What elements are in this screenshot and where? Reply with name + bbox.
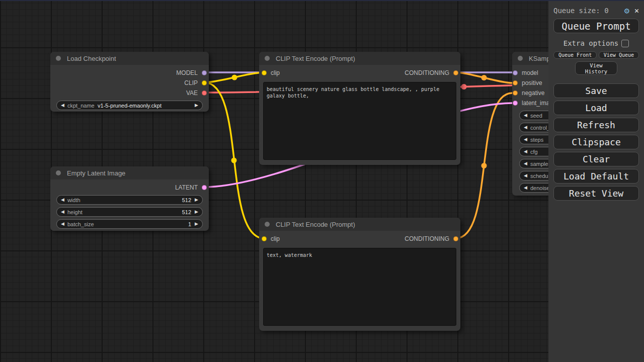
node-title: Load Checkpoint (67, 55, 116, 62)
stepper-left-icon[interactable]: ◀ (61, 222, 64, 226)
node-title-bar[interactable]: Load Checkpoint (50, 52, 209, 65)
slot-label: clip (271, 69, 280, 76)
stepper-left-icon[interactable]: ◀ (61, 198, 64, 202)
view-history-line1: View (590, 62, 602, 68)
port-clip-input[interactable] (262, 236, 267, 241)
port-negative-input[interactable] (513, 90, 518, 96)
node-title: Empty Latent Image (67, 169, 125, 177)
refresh-button[interactable]: Refresh (553, 118, 639, 132)
prompt-textarea[interactable]: text, watermark (263, 248, 456, 326)
node-load-checkpoint[interactable]: Load Checkpoint MODEL CLIP VAE ◀ ckpt_na… (50, 52, 209, 112)
port-positive-input[interactable] (513, 80, 518, 85)
slot-label: negative (522, 89, 544, 97)
collapse-dot-icon[interactable] (56, 56, 61, 61)
load-button[interactable]: Load (553, 101, 639, 115)
width-widget[interactable]: ◀ width 512 ▶ (56, 195, 203, 205)
node-title: CLIP Text Encode (Prompt) (276, 221, 355, 228)
close-icon[interactable]: ✕ (634, 7, 639, 15)
batch-size-widget[interactable]: ◀ batch_size 1 ▶ (56, 219, 203, 229)
height-widget[interactable]: ◀ height 512 ▶ (56, 207, 203, 217)
slot-label: positive (522, 79, 542, 86)
output-slot-clip: CLIP (50, 78, 209, 88)
node-clip-text-encode-negative[interactable]: CLIP Text Encode (Prompt) clip CONDITION… (259, 218, 460, 331)
output-slot-vae: VAE (50, 88, 209, 98)
queue-front-button[interactable]: Queue Front (553, 51, 597, 59)
port-conditioning-output[interactable] (453, 236, 458, 241)
slot-label: CONDITIONING (405, 235, 460, 242)
stepper-right-icon[interactable]: ▶ (195, 210, 198, 214)
port-clip-input[interactable] (262, 70, 267, 75)
slot-label: VAE (186, 89, 198, 97)
slot-label: CLIP (184, 79, 198, 86)
link-midpoint-dot (232, 75, 237, 80)
stepper-left-icon[interactable]: ◀ (524, 173, 527, 178)
node-title-bar[interactable]: CLIP Text Encode (Prompt) (259, 218, 460, 231)
slot-label: CONDITIONING (405, 69, 460, 76)
widget-label: seed (530, 113, 542, 119)
node-title: CLIP Text Encode (Prompt) (276, 55, 355, 62)
stepper-left-icon[interactable]: ◀ (524, 125, 527, 130)
stepper-right-icon[interactable]: ▶ (195, 198, 198, 202)
node-title-bar[interactable]: Empty Latent Image (50, 166, 209, 179)
output-slot-model: MODEL (50, 68, 209, 78)
port-model-output[interactable] (202, 70, 207, 75)
slot-label: model (522, 69, 538, 76)
save-button[interactable]: Save (553, 83, 639, 98)
wire-clip-negative (204, 82, 264, 238)
reset-view-button[interactable]: Reset View (553, 186, 639, 201)
port-latent-image-input[interactable] (513, 101, 518, 106)
collapse-dot-icon[interactable] (56, 170, 61, 175)
widget-label: height (67, 209, 83, 215)
port-clip-output[interactable] (202, 80, 207, 85)
widget-value: 512 (182, 209, 191, 215)
slot-label: clip (271, 235, 280, 242)
clear-button[interactable]: Clear (553, 152, 639, 166)
slot-label: MODEL (176, 69, 198, 76)
extra-options-checkbox[interactable] (621, 40, 629, 47)
link-midpoint-dot (461, 84, 467, 89)
stepper-left-icon[interactable]: ◀ (524, 137, 527, 142)
stepper-left-icon[interactable]: ◀ (61, 210, 64, 214)
collapse-dot-icon[interactable] (518, 56, 523, 61)
node-empty-latent-image[interactable]: Empty Latent Image LATENT ◀ width 512 ▶ … (50, 166, 209, 231)
widget-label: width (67, 197, 80, 203)
comfy-menu-panel: Queue size: 0 ⚙ ✕ Queue Prompt Extra opt… (548, 0, 644, 362)
widget-label: batch_size (67, 221, 94, 227)
node-clip-text-encode-positive[interactable]: CLIP Text Encode (Prompt) clip CONDITION… (259, 52, 460, 165)
port-vae-output[interactable] (202, 90, 207, 96)
view-queue-button[interactable]: View Queue (599, 51, 639, 59)
link-midpoint-dot (231, 158, 237, 163)
ckpt-name-widget[interactable]: ◀ ckpt_name v1-5-pruned-emaonly.ckpt ▶ (56, 101, 203, 110)
prompt-textarea[interactable]: beautiful scenery nature glass bottle la… (263, 82, 456, 160)
collapse-dot-icon[interactable] (265, 56, 270, 61)
clipspace-button[interactable]: Clipspace (553, 135, 639, 149)
link-midpoint-dot (481, 163, 487, 168)
port-latent-output[interactable] (202, 185, 207, 190)
widget-value: 512 (182, 197, 191, 203)
window-top-edge (0, 0, 644, 1)
port-model-input[interactable] (513, 70, 518, 75)
queue-prompt-button[interactable]: Queue Prompt (553, 19, 639, 33)
view-history-line2: History (585, 68, 607, 74)
stepper-left-icon[interactable]: ◀ (524, 149, 527, 154)
stepper-left-icon[interactable]: ◀ (524, 113, 527, 118)
stepper-left-icon[interactable]: ◀ (524, 186, 527, 190)
node-graph-canvas[interactable]: Load Checkpoint MODEL CLIP VAE ◀ ckpt_na… (0, 0, 644, 362)
extra-options-label: Extra options (564, 39, 619, 47)
slot-row: clip CONDITIONING (259, 234, 460, 244)
settings-gear-icon[interactable]: ⚙ (624, 7, 629, 15)
load-default-button[interactable]: Load Default (553, 169, 639, 184)
output-slot-latent: LATENT (50, 183, 209, 193)
stepper-right-icon[interactable]: ▶ (195, 222, 198, 226)
widget-value: 1 (188, 221, 191, 227)
port-conditioning-output[interactable] (453, 70, 458, 75)
stepper-left-icon[interactable]: ◀ (524, 161, 527, 166)
widget-value: v1-5-pruned-emaonly.ckpt (57, 103, 202, 109)
view-history-button[interactable]: View History (575, 61, 617, 75)
node-title-bar[interactable]: CLIP Text Encode (Prompt) (259, 52, 460, 65)
collapse-dot-icon[interactable] (265, 222, 270, 227)
widget-label: steps (530, 137, 543, 143)
widget-label: denoise (530, 185, 550, 191)
widget-label: cfg (530, 149, 538, 155)
wire-conditioning-positive (456, 72, 512, 83)
